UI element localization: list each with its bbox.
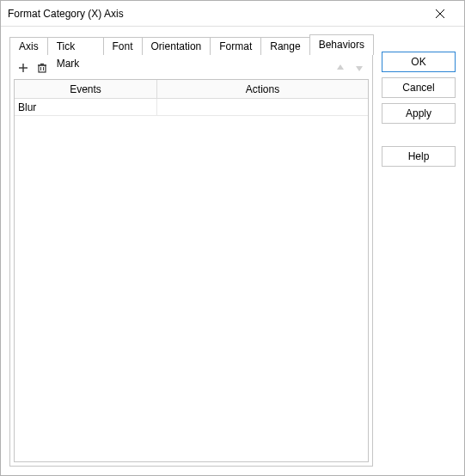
window-title: Format Category (X) Axis: [8, 8, 124, 20]
titlebar: Format Category (X) Axis: [1, 1, 464, 27]
tab-axis[interactable]: Axis: [9, 37, 48, 55]
svg-marker-10: [356, 66, 363, 71]
column-header-actions[interactable]: Actions: [157, 80, 368, 98]
tab-orientation[interactable]: Orientation: [142, 37, 211, 55]
tab-tick-mark[interactable]: Tick Mark: [47, 37, 104, 55]
cell-event[interactable]: Blur: [15, 99, 157, 115]
plus-icon: [17, 62, 29, 74]
tab-panel-behaviors: Events Actions Blur: [9, 54, 373, 467]
cancel-button[interactable]: Cancel: [382, 77, 456, 98]
dialog-body: Axis Tick Mark Font Orientation Format R…: [1, 27, 464, 475]
main-area: Axis Tick Mark Font Orientation Format R…: [9, 34, 373, 467]
arrow-down-icon: [354, 63, 364, 73]
delete-button[interactable]: [34, 60, 50, 76]
move-up-button[interactable]: [333, 60, 348, 76]
ok-button[interactable]: OK: [382, 52, 456, 72]
spacer: [382, 129, 456, 141]
table-header: Events Actions: [15, 80, 368, 99]
tab-range[interactable]: Range: [260, 37, 309, 55]
svg-rect-4: [39, 65, 46, 72]
tab-behaviors[interactable]: Behaviors: [309, 34, 374, 55]
button-panel: OK Cancel Apply Help: [382, 34, 456, 467]
table-body: Blur: [15, 99, 368, 461]
tab-format[interactable]: Format: [210, 37, 261, 55]
add-button[interactable]: [15, 60, 31, 76]
table-row[interactable]: Blur: [15, 99, 368, 116]
apply-button[interactable]: Apply: [382, 103, 456, 124]
arrow-up-icon: [335, 63, 346, 73]
move-down-button[interactable]: [352, 60, 367, 76]
behaviors-table: Events Actions Blur: [14, 79, 369, 462]
cell-action[interactable]: [157, 99, 368, 115]
toolbar-left: [15, 60, 50, 76]
toolbar-right: [333, 60, 367, 76]
column-header-events[interactable]: Events: [15, 80, 157, 98]
dialog: Format Category (X) Axis Axis Tick Mark …: [0, 0, 465, 476]
help-button[interactable]: Help: [382, 146, 456, 167]
tab-bar: Axis Tick Mark Font Orientation Format R…: [9, 34, 373, 55]
trash-icon: [36, 62, 48, 74]
close-icon: [436, 9, 444, 18]
close-button[interactable]: [423, 2, 457, 26]
svg-marker-9: [337, 64, 344, 70]
tab-font[interactable]: Font: [103, 37, 143, 55]
